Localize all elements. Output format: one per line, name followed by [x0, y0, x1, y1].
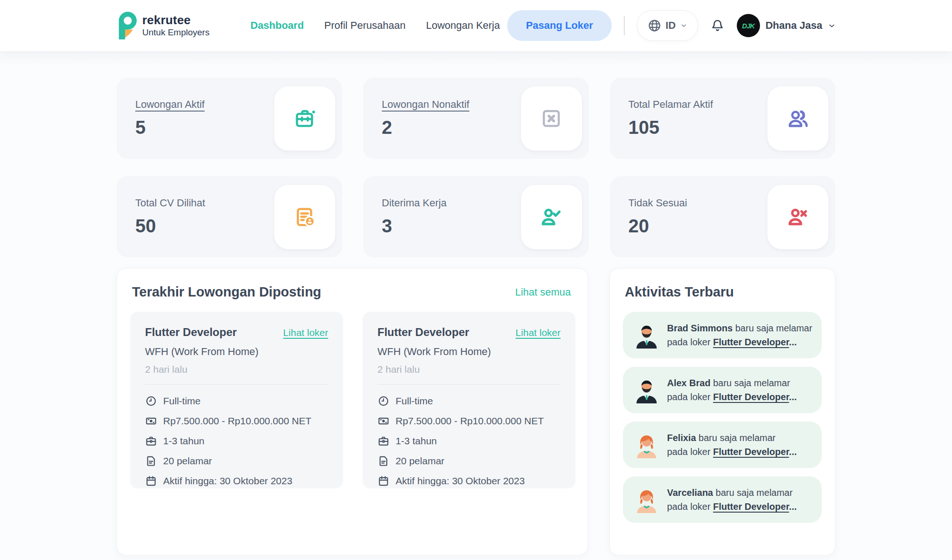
- applicant-name: Varceliana: [667, 488, 713, 498]
- applicant-avatar: [633, 486, 660, 513]
- file-icon: [145, 455, 157, 467]
- nav-item[interactable]: Lowongan Kerja: [426, 20, 500, 32]
- top-nav: rekrutee Untuk Employers Dashboard Profi…: [0, 0, 952, 51]
- job-detail-text: 20 pelamar: [163, 455, 212, 467]
- nav-item[interactable]: Profil Perusahaan: [324, 20, 406, 32]
- stat-text: Lowongan Nonaktif 2: [382, 99, 469, 138]
- bell-icon: [710, 18, 725, 33]
- stat-card[interactable]: Lowongan Aktif 5: [117, 78, 342, 159]
- activity-text: Varceliana baru saja melamar pada loker …: [667, 486, 797, 514]
- activity-ellipsis: ...: [789, 447, 797, 457]
- stat-label: Diterima Kerja: [382, 197, 446, 209]
- job-detail-row: 20 pelamar: [145, 455, 328, 467]
- post-job-label: Pasang Loker: [526, 20, 593, 31]
- activity-job-link[interactable]: Flutter Developer: [713, 392, 789, 402]
- activity-header: Aktivitas Terbaru: [623, 284, 822, 300]
- logo[interactable]: rekrutee Untuk Employers: [115, 12, 210, 40]
- header-divider: [624, 16, 625, 35]
- stat-card[interactable]: Tidak Sesuai 20: [610, 176, 835, 257]
- job-detail-text: 20 pelamar: [396, 455, 444, 467]
- view-all-link[interactable]: Lihat semua: [515, 286, 571, 298]
- male-avatar-icon: [633, 376, 660, 403]
- main-nav: Dashboard Profil Perusahaan Lowongan Ker…: [210, 20, 500, 32]
- rekrutee-logo-icon: [115, 12, 137, 40]
- user-menu[interactable]: DJK Dhana Jasa: [737, 14, 836, 37]
- activity-text: Brad Simmons baru saja melamar pada loke…: [667, 321, 812, 349]
- activity-job-link[interactable]: Flutter Developer: [713, 337, 789, 347]
- stat-value: 20: [628, 216, 687, 237]
- stat-value: 5: [135, 117, 205, 138]
- activity-action: baru saja melamar: [716, 488, 793, 498]
- stat-label: Total CV Dilihat: [135, 197, 205, 209]
- view-job-link[interactable]: Lihat loker: [283, 327, 328, 338]
- applicant-name: Felixia: [667, 433, 696, 443]
- stat-value: 3: [382, 216, 446, 237]
- dashboard-content: Lowongan Aktif 5: [117, 78, 835, 555]
- stats-grid: Lowongan Aktif 5: [117, 78, 835, 257]
- activity-job-link[interactable]: Flutter Developer: [713, 501, 789, 512]
- people-icon: [787, 107, 809, 130]
- stat-card[interactable]: Lowongan Nonaktif 2: [363, 78, 588, 159]
- brand-tagline: Untuk Employers: [142, 27, 210, 38]
- recent-jobs-header: Terakhir Lowongan Diposting Lihat semua: [130, 284, 575, 300]
- nav-item[interactable]: Dashboard: [251, 20, 304, 32]
- stat-text: Total Pelamar Aktif 105: [628, 99, 713, 138]
- language-code: ID: [666, 20, 676, 32]
- activity-action: baru saja melamar: [699, 433, 776, 443]
- stat-value: 50: [135, 216, 205, 237]
- job-detail-row: 20 pelamar: [377, 455, 561, 467]
- activity-job-link[interactable]: Flutter Developer: [713, 447, 789, 457]
- job-title: Flutter Developer: [377, 326, 469, 339]
- activity-text: Alex Brad baru saja melamar pada loker F…: [667, 376, 797, 404]
- language-selector[interactable]: ID: [637, 10, 698, 41]
- job-detail-row: 1-3 tahun: [377, 435, 561, 447]
- male-avatar-icon: [633, 322, 660, 349]
- job-detail-text: Full-time: [163, 395, 201, 407]
- activity-item: Alex Brad baru saja melamar pada loker F…: [623, 367, 822, 413]
- jobs-grid: Flutter Developer Lihat loker WFH (Work …: [130, 312, 575, 488]
- job-detail-text: 1-3 tahun: [163, 435, 205, 447]
- job-details: Full-time: [377, 395, 561, 487]
- job-location: WFH (Work From Home): [145, 346, 328, 358]
- activity-item: Felixia baru saja melamar pada loker Flu…: [623, 422, 822, 468]
- document-user-icon: [294, 206, 316, 228]
- notifications-button[interactable]: [710, 18, 725, 33]
- applicant-name: Alex Brad: [667, 378, 710, 388]
- job-title: Flutter Developer: [145, 326, 237, 339]
- briefcase-small-icon: [145, 435, 157, 447]
- stat-card[interactable]: Total CV Dilihat 50: [117, 176, 342, 257]
- chevron-down-icon: [828, 22, 836, 30]
- job-detail-text: Aktif hingga: 30 Oktober 2023: [163, 475, 292, 487]
- job-detail-row: Aktif hingga: 30 Oktober 2023: [145, 475, 328, 487]
- clock-icon: [145, 395, 157, 407]
- bottom-section: Terakhir Lowongan Diposting Lihat semua …: [117, 268, 835, 555]
- stat-value: 105: [628, 117, 713, 138]
- stat-label: Tidak Sesuai: [628, 197, 687, 209]
- stat-card[interactable]: Total Pelamar Aktif 105: [610, 78, 835, 159]
- banknote-icon: [377, 415, 390, 427]
- recent-jobs-panel: Terakhir Lowongan Diposting Lihat semua …: [117, 268, 588, 555]
- post-job-button[interactable]: Pasang Loker: [507, 10, 611, 41]
- activity-ellipsis: ...: [789, 392, 797, 402]
- job-details: Full-time: [145, 395, 328, 487]
- job-divider: [145, 384, 328, 385]
- activity-prefix: pada loker: [667, 392, 710, 402]
- job-detail-text: Rp7.500.000 - Rp10.000.000 NET: [163, 415, 311, 427]
- job-detail-text: Aktif hingga: 30 Oktober 2023: [396, 475, 525, 487]
- activity-action: baru saja melamar: [713, 378, 790, 388]
- job-card: Flutter Developer Lihat loker WFH (Work …: [363, 312, 575, 488]
- applicant-name: Brad Simmons: [667, 323, 733, 333]
- view-job-link[interactable]: Lihat loker: [516, 327, 561, 338]
- briefcase-small-icon: [377, 435, 390, 447]
- activity-action: baru saja melamar: [735, 323, 813, 333]
- briefcase-icon: [294, 107, 316, 130]
- job-detail-text: Full-time: [396, 395, 433, 407]
- stat-card[interactable]: Diterima Kerja 3: [363, 176, 588, 257]
- stat-label: Lowongan Aktif: [135, 99, 205, 110]
- job-detail-row: Aktif hingga: 30 Oktober 2023: [377, 475, 561, 487]
- job-title-row: Flutter Developer Lihat loker: [377, 326, 561, 339]
- stat-text: Diterima Kerja 3: [382, 197, 446, 237]
- user-name: Dhana Jasa: [766, 20, 822, 32]
- activity-panel: Aktivitas Terbaru: [609, 268, 835, 555]
- avatar: DJK: [737, 14, 760, 37]
